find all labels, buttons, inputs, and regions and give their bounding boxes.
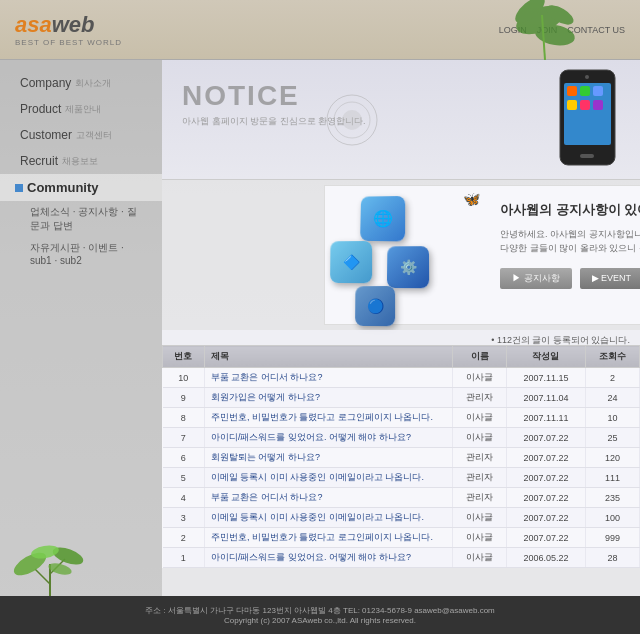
phone-svg	[520, 65, 630, 180]
board-area: 번호 제목 이름 작성일 조회수 10 부품 교환은 어디서 하나요? 이사글 …	[162, 345, 640, 568]
sidebar-customer-kr: 고객센터	[76, 129, 112, 142]
sidebar-product-kr: 제품안내	[65, 103, 101, 116]
icon-cube-3: ⚙️	[387, 246, 429, 288]
top-plant-deco	[480, 0, 580, 80]
cell-title[interactable]: 아이디/패스워드를 잊었어요. 어떻게 해야 하나요?	[204, 428, 452, 448]
table-row: 3 이메일 등록시 이미 사용중인 이메일이라고 나옵니다. 이사글 2007.…	[163, 508, 640, 528]
btn-event[interactable]: ▶ EVENT	[580, 268, 640, 289]
cell-title[interactable]: 주민번호, 비밀번호가 틀렸다고 로그인페이지 나옵니다.	[204, 408, 452, 428]
sidebar-item-product[interactable]: Product 제품안내	[0, 96, 162, 122]
board-table: 번호 제목 이름 작성일 조회수 10 부품 교환은 어디서 하나요? 이사글 …	[162, 345, 640, 568]
sidebar-recruit-kr: 채용보보	[62, 155, 98, 168]
svg-line-8	[35, 569, 50, 584]
cell-date: 2007.07.22	[507, 528, 586, 548]
cell-date: 2007.11.11	[507, 408, 586, 428]
sidebar-item-community[interactable]: Community	[0, 174, 162, 201]
cell-views: 10	[585, 408, 639, 428]
cell-title[interactable]: 이메일 등록시 이미 사용중인 이메일이라고 나옵니다.	[204, 508, 452, 528]
cell-name: 이사글	[453, 528, 507, 548]
cell-views: 25	[585, 428, 639, 448]
sidebar-company-label: Company	[20, 76, 71, 90]
table-row: 6 회원탈퇴는 어떻게 하나요? 관리자 2007.07.22 120	[163, 448, 640, 468]
svg-rect-24	[593, 100, 603, 110]
icon-cube-2: 🔷	[330, 241, 372, 283]
cell-views: 24	[585, 388, 639, 408]
callout-icons-area: 🌐 🔷 ⚙️ 🔵 🦋	[325, 186, 485, 326]
table-row: 5 이메일 등록시 이미 사용중인 이메일이라고 나옵니다. 관리자 2007.…	[163, 468, 640, 488]
speaker-deco	[322, 90, 382, 154]
plant-svg	[480, 0, 580, 80]
cell-num: 2	[163, 528, 205, 548]
cell-title[interactable]: 아이디/패스워드를 잊었어요. 어떻게 해야 하나요?	[204, 548, 452, 568]
cell-date: 2007.07.22	[507, 448, 586, 468]
cell-views: 100	[585, 508, 639, 528]
cell-name: 이사글	[453, 428, 507, 448]
cell-num: 8	[163, 408, 205, 428]
footer-line1: 주소 : 서울특별시 가나구 다마동 123번지 아사웹빌 4층 TEL: 01…	[145, 605, 495, 616]
cell-title[interactable]: 회원가입은 어떻게 하나요?	[204, 388, 452, 408]
table-row: 8 주민번호, 비밀번호가 틀렸다고 로그인페이지 나옵니다. 이사글 2007…	[163, 408, 640, 428]
cell-title[interactable]: 부품 교환은 어디서 하나요?	[204, 488, 452, 508]
sidebar: Company 회사소개 Product 제품안내 Customer 고객센터 …	[0, 60, 162, 634]
btn-notice[interactable]: ▶ 공지사항	[500, 268, 572, 289]
callout-main-title: 아사웹의 공지사항이 있어요	[500, 201, 640, 219]
cell-name: 관리자	[453, 448, 507, 468]
callout-buttons: ▶ 공지사항 ▶ EVENT	[500, 268, 640, 289]
th-views: 조회수	[585, 346, 639, 368]
cell-title[interactable]: 이메일 등록시 이미 사용중인 이메일이라고 나옵니다.	[204, 468, 452, 488]
table-row: 10 부품 교환은 어디서 하나요? 이사글 2007.11.15 2	[163, 368, 640, 388]
cell-name: 이사글	[453, 508, 507, 528]
svg-point-27	[342, 110, 362, 130]
svg-rect-23	[580, 100, 590, 110]
logo-web: web	[52, 12, 95, 37]
svg-rect-18	[580, 154, 594, 158]
callout-desc-2: 다양한 글들이 많이 올라와 있으니 꼭 읽어보시기 바랍니다.	[500, 241, 640, 255]
cell-date: 2007.07.22	[507, 508, 586, 528]
cell-views: 2	[585, 368, 639, 388]
icon-cube-4: 🔵	[355, 286, 395, 326]
table-row: 1 아이디/패스워드를 잊었어요. 어떻게 해야 하나요? 이사글 2006.0…	[163, 548, 640, 568]
svg-point-17	[585, 75, 589, 79]
sidebar-item-recruit[interactable]: Recruit 채용보보	[0, 148, 162, 174]
cell-num: 5	[163, 468, 205, 488]
cell-num: 1	[163, 548, 205, 568]
community-bullet	[15, 184, 23, 192]
table-row: 7 아이디/패스워드를 잊었어요. 어떻게 해야 하나요? 이사글 2007.0…	[163, 428, 640, 448]
sidebar-customer-label: Customer	[20, 128, 72, 142]
cell-num: 7	[163, 428, 205, 448]
logo-area: asaweb BEST OF BEST WORLD	[15, 12, 122, 47]
cell-title[interactable]: 부품 교환은 어디서 하나요?	[204, 368, 452, 388]
cell-views: 120	[585, 448, 639, 468]
cell-num: 4	[163, 488, 205, 508]
callout-text-area: 아사웹의 공지사항이 있어요 안녕하세요. 아사웹의 공지사항입니다. 다양한 …	[485, 186, 640, 324]
logo-tagline: BEST OF BEST WORLD	[15, 38, 122, 47]
th-title: 제목	[204, 346, 452, 368]
sidebar-company-kr: 회사소개	[75, 77, 111, 90]
cell-views: 111	[585, 468, 639, 488]
sidebar-sub-board[interactable]: 자유게시판 · 이벤트 · sub1 · sub2	[0, 237, 162, 270]
logo: asaweb	[15, 12, 95, 38]
sidebar-item-customer[interactable]: Customer 고객센터	[0, 122, 162, 148]
cell-views: 28	[585, 548, 639, 568]
table-row: 4 부품 교환은 어디서 하나요? 관리자 2007.07.22 235	[163, 488, 640, 508]
footer-line2: Copyright (c) 2007 ASAweb co.,ltd. All r…	[224, 616, 416, 625]
cell-name: 이사글	[453, 548, 507, 568]
cell-date: 2007.11.15	[507, 368, 586, 388]
svg-rect-20	[580, 86, 590, 96]
svg-rect-19	[567, 86, 577, 96]
sidebar-product-label: Product	[20, 102, 61, 116]
cell-views: 999	[585, 528, 639, 548]
cell-title[interactable]: 회원탈퇴는 어떻게 하나요?	[204, 448, 452, 468]
sub-nav-text-1: 업체소식 · 공지사항 · 질문과 답변	[30, 206, 137, 231]
sidebar-sub-notice[interactable]: 업체소식 · 공지사항 · 질문과 답변	[0, 201, 162, 237]
cell-num: 3	[163, 508, 205, 528]
cell-name: 이사글	[453, 368, 507, 388]
community-label: Community	[27, 180, 99, 195]
cell-name: 관리자	[453, 468, 507, 488]
sidebar-item-company[interactable]: Company 회사소개	[0, 70, 162, 96]
cell-title[interactable]: 주민번호, 비밀번호가 틀렸다고 로그인페이지 나옵니다.	[204, 528, 452, 548]
cell-date: 2007.07.22	[507, 488, 586, 508]
speaker-svg	[322, 90, 382, 150]
sub-nav-text-2: 자유게시판 · 이벤트 · sub1 · sub2	[30, 242, 124, 266]
svg-rect-22	[567, 100, 577, 110]
